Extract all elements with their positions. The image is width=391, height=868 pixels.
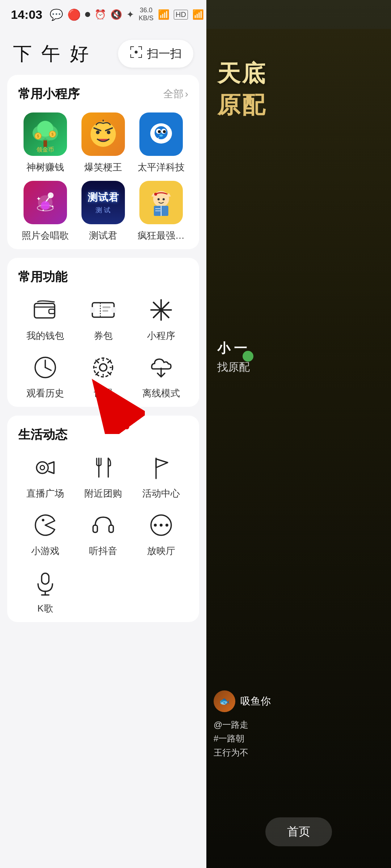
clock-icon [31,353,60,382]
functions-title: 常用功能 [18,269,67,285]
chevron-right-icon: › [185,88,188,100]
func-offline-label: 离线模式 [142,387,180,400]
svg-rect-7 [141,54,142,58]
app-taipingyang[interactable]: 太平洋科技 [134,112,188,174]
life-dynamic-grid: 直播广场 附近团购 [18,453,188,615]
svg-point-72 [42,519,45,522]
svg-rect-74 [109,525,113,532]
weibo-icon: 🔴 [67,8,81,21]
headphones-icon [89,511,118,540]
svg-rect-1 [130,46,131,50]
life-dynamic-title: 生活动态 [18,426,67,443]
green-status-dot [243,351,253,362]
wifi-icon: 📶 [158,9,169,20]
svg-point-50 [90,307,95,313]
scan-button[interactable]: 扫一扫 [118,40,193,68]
scan-label: 扫一扫 [147,46,182,62]
svg-point-20 [107,131,110,134]
func-listen-label: 听抖音 [89,545,117,557]
right-video-panel: ≡ 经 天底 原配 小 一 找原配 🐟 吸鱼你 @一路走 #一路朝 王行为不 首… [206,0,391,868]
hd-badge: HD [174,10,188,20]
svg-point-78 [165,524,168,527]
home-button[interactable]: 首页 [265,817,332,846]
svg-line-61 [45,367,51,370]
svg-rect-48 [49,309,55,314]
app-zhaopian[interactable]: ✦ ✦ ✦ 照片会唱歌 [18,181,72,242]
right-desc: @一路走 #一路朝 王行为不 [214,718,387,760]
app-shenshu[interactable]: $ $ 领金币 神树赚钱 [18,112,72,174]
func-karaoke[interactable]: K歌 [18,568,72,615]
fork-knife-icon [89,453,118,482]
func-history[interactable]: 观看历史 [18,353,72,400]
scan-icon [130,46,143,62]
func-games-label: 小游戏 [31,545,59,557]
functions-header: 常用功能 [18,269,188,285]
func-coupon[interactable]: 券包 [76,295,130,342]
app-ceshi-label: 测试君 [89,229,117,242]
status-time: 14:03 [11,8,42,22]
network-speed: 36.0KB/S [139,7,154,22]
desc-text: 王行为不 [214,746,387,760]
status-bar: 14:03 💬 🔴 ⏰ 🔇 ✦ 36.0KB/S 📶 HD 📶 [0,0,206,29]
svg-text:$: $ [51,132,54,136]
mini-programs-card: 常用小程序 全部 › [7,75,199,249]
func-games[interactable]: 小游戏 [18,511,72,557]
func-miniapp-label: 小程序 [147,329,175,342]
app-fengkuang[interactable]: 疯狂最强… [134,181,188,242]
right-title-block: 天底 原配 [217,58,387,121]
svg-point-66 [40,465,45,470]
app-ceshi[interactable]: 测试君 测 试 测试君 [76,181,130,242]
apps-grid: $ $ 领金币 神树赚钱 [18,112,188,242]
app-baoxiao[interactable]: 爆笑梗王 [76,112,130,174]
func-miniapp[interactable]: 小程序 [134,295,188,342]
app-baoxiao-label: 爆笑梗王 [84,161,122,174]
svg-rect-79 [42,573,49,584]
func-cinema[interactable]: 放映厅 [134,511,188,557]
mini-programs-more[interactable]: 全部 › [163,87,188,101]
svg-text:✦: ✦ [36,196,41,202]
right-bottom-info: 🐟 吸鱼你 @一路走 #一路朝 王行为不 [214,690,387,760]
pacman-icon [31,511,60,540]
home-label: 首页 [287,825,310,838]
cloud-download-icon [147,353,176,382]
func-groupbuy[interactable]: 附近团购 [76,453,130,500]
mini-programs-header: 常用小程序 全部 › [18,86,188,102]
annotation-arrow [80,369,145,435]
app-taipingyang-label: 太平洋科技 [138,161,185,174]
coupon-icon [89,295,118,324]
func-activity[interactable]: 活动中心 [134,453,188,500]
svg-rect-3 [141,46,142,50]
func-wallet[interactable]: 我的钱包 [18,295,72,342]
mic-icon [31,568,60,597]
greeting-text: 下 午 好 [13,41,91,67]
func-live[interactable]: 直播广场 [18,453,72,500]
right-avatar: 🐟 [214,690,235,712]
mute-icon: 🔇 [110,9,122,20]
svg-rect-54 [102,310,108,312]
func-listen[interactable]: 听抖音 [76,511,130,557]
video-camera-icon [31,453,60,482]
wechat-icon: 💬 [50,8,63,21]
mini-programs-title: 常用小程序 [18,86,80,102]
notification-dot [85,12,90,17]
svg-point-65 [37,462,48,473]
wallet-icon [31,295,60,324]
asterisk-icon [147,295,176,324]
svg-text:$: $ [37,134,39,138]
more-label: 全部 [163,87,184,101]
svg-point-42 [163,198,165,200]
svg-rect-5 [130,54,131,58]
hashtag: #一路朝 [214,732,387,745]
status-icons: 💬 🔴 ⏰ 🔇 ✦ 36.0KB/S 📶 HD 📶 [50,7,204,22]
svg-point-19 [96,131,100,134]
svg-rect-47 [34,303,55,318]
svg-point-26 [158,130,161,133]
right-title-1: 天底 [217,58,387,89]
svg-line-83 [98,387,127,427]
func-groupbuy-label: 附近团购 [84,487,122,500]
right-mid-title2: 找原配 [217,360,387,375]
signal-icon: 📶 [192,9,204,20]
svg-point-27 [163,130,166,133]
svg-point-18 [91,122,116,147]
svg-point-77 [154,524,157,527]
